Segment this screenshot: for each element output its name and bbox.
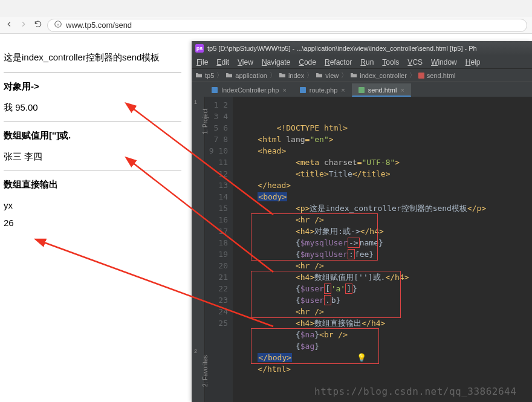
section-value-3b: 26 xyxy=(4,218,181,228)
section-heading-1: 对象用-> xyxy=(4,81,181,92)
code-line[interactable]: <html lang="en"> xyxy=(239,134,532,145)
code-line[interactable]: <p>这是index_controller控制器的send模板</p> xyxy=(239,203,532,214)
divider xyxy=(4,72,181,73)
browser-toolbar: www.tp5.com/send xyxy=(0,17,532,34)
code-line[interactable]: <title>Title</title> xyxy=(239,168,532,180)
close-icon[interactable]: × xyxy=(341,86,345,94)
php-file-icon xyxy=(300,87,306,93)
code-line[interactable]: <h4>对象用:或-></h4> xyxy=(239,225,532,237)
folder-icon xyxy=(350,72,357,79)
chevron-right-icon: 〉 xyxy=(409,71,416,80)
reload-icon[interactable] xyxy=(34,20,42,30)
html-file-icon xyxy=(358,87,365,93)
divider xyxy=(4,170,181,170)
editor-tab-route-php[interactable]: route.php× xyxy=(293,83,352,97)
code-line[interactable]: <body> xyxy=(239,191,532,203)
chevron-right-icon: 〉 xyxy=(341,71,348,80)
code-line[interactable]: <head> xyxy=(239,145,532,157)
menu-code[interactable]: Code xyxy=(299,58,316,66)
close-icon[interactable]: × xyxy=(400,86,404,94)
code-line[interactable]: </body> xyxy=(239,352,532,363)
intro-text: 这是index_controller控制器的send模板 xyxy=(4,52,181,63)
menu-help[interactable]: Help xyxy=(465,58,481,66)
code-line[interactable]: <meta charset="UTF-8"> xyxy=(239,157,532,168)
phpstorm-icon: ps xyxy=(195,44,204,53)
folder-icon xyxy=(279,72,286,79)
menu-file[interactable]: File xyxy=(196,58,208,66)
section-heading-2: 数组赋值用['']或. xyxy=(4,130,181,141)
breadcrumb-item[interactable]: index〉 xyxy=(279,71,313,80)
address-bar[interactable]: www.tp5.com/send xyxy=(47,19,527,32)
code-editor[interactable]: <!DOCTYPE html> <html lang="en"> <head> … xyxy=(233,97,532,402)
menu-window[interactable]: Window xyxy=(431,58,457,66)
chevron-right-icon: 〉 xyxy=(216,71,223,80)
menu-navigate[interactable]: Navigate xyxy=(262,58,290,66)
ide-breadcrumbs[interactable]: tp5〉application〉index〉view〉index_control… xyxy=(192,69,532,82)
ide-title-text: tp5 [D:\phpStudy\WWW\tp5] - ...\applicat… xyxy=(207,45,477,52)
folder-icon xyxy=(225,72,233,79)
menu-vcs[interactable]: VCS xyxy=(407,58,423,66)
ide-window: ps tp5 [D:\phpStudy\WWW\tp5] - ...\appli… xyxy=(192,41,532,402)
watermark-text: https://blog.csdn.net/qq_33862644 xyxy=(314,386,516,397)
code-line[interactable]: {$ag} xyxy=(239,340,532,352)
code-line[interactable]: <!DOCTYPE html> xyxy=(239,122,532,134)
section-heading-3: 数组直接输出 xyxy=(4,179,181,190)
folder-icon xyxy=(195,72,203,79)
ide-tool-sidebar[interactable]: 1 1: Project 2 2: Favorites xyxy=(192,97,205,402)
divider xyxy=(4,121,181,122)
code-line[interactable]: {$user.b} xyxy=(239,294,532,306)
editor-tab-indexcontroller-php[interactable]: IndexController.php× xyxy=(205,83,293,97)
code-line[interactable]: </html> xyxy=(239,363,532,375)
favorites-tool-label[interactable]: 2: Favorites xyxy=(202,355,209,387)
forward-icon[interactable] xyxy=(19,20,28,30)
menu-refactor[interactable]: Refactor xyxy=(325,58,352,66)
folder-icon xyxy=(316,72,323,79)
menu-tools[interactable]: Tools xyxy=(382,58,399,66)
breadcrumb-item[interactable]: send.html xyxy=(418,72,456,79)
breadcrumb-item[interactable]: view〉 xyxy=(316,71,348,80)
browser-tab-strip[interactable] xyxy=(0,0,532,17)
intention-bulb-icon[interactable]: 💡 xyxy=(357,352,366,363)
section-value-3a: yx xyxy=(4,200,181,210)
project-tool-label[interactable]: 1: Project xyxy=(202,109,209,134)
code-line[interactable]: {$user['a']} xyxy=(239,283,532,294)
url-text: www.tp5.com/send xyxy=(66,21,132,30)
code-line[interactable]: {$mysqlUser->name} xyxy=(239,237,532,248)
menu-view[interactable]: View xyxy=(238,58,253,66)
ide-menubar[interactable]: FileEditViewNavigateCodeRefactorRunTools… xyxy=(192,56,532,69)
php-file-icon xyxy=(212,87,218,93)
rendered-page: 这是index_controller控制器的send模板 对象用-> 我 95.… xyxy=(0,34,187,241)
line-number-gutter[interactable]: 1 2 3 4 5 6 7 8 9 10 11 12 13 14 15 16 1… xyxy=(205,97,233,402)
section-value-1: 我 95.00 xyxy=(4,102,181,114)
ide-titlebar[interactable]: ps tp5 [D:\phpStudy\WWW\tp5] - ...\appli… xyxy=(192,41,532,56)
code-line[interactable]: <hr /> xyxy=(239,306,532,317)
menu-run[interactable]: Run xyxy=(360,58,374,66)
ide-editor-tabs[interactable]: IndexController.php×route.php×send.html× xyxy=(192,82,532,97)
code-line[interactable]: {$mysqlUser:fee} xyxy=(239,248,532,260)
code-line[interactable]: <hr /> xyxy=(239,260,532,271)
code-line[interactable]: {$na}<br /> xyxy=(239,329,532,340)
code-line[interactable]: <h4>数组赋值用['']或.</h4> xyxy=(239,271,532,283)
close-icon[interactable]: × xyxy=(282,86,286,94)
code-line[interactable]: <h4>数组直接输出</h4> xyxy=(239,317,532,329)
chevron-right-icon: 〉 xyxy=(270,71,276,80)
back-icon[interactable] xyxy=(5,20,13,30)
html-file-icon xyxy=(418,73,424,79)
chevron-right-icon: 〉 xyxy=(307,71,313,80)
code-line[interactable]: <hr /> xyxy=(239,214,532,225)
breadcrumb-item[interactable]: index_controller〉 xyxy=(350,71,416,80)
breadcrumb-item[interactable]: tp5〉 xyxy=(195,71,223,80)
site-info-icon[interactable] xyxy=(54,20,62,30)
menu-edit[interactable]: Edit xyxy=(216,58,229,66)
code-line[interactable]: </head> xyxy=(239,180,532,191)
section-value-2: 张三 李四 xyxy=(4,151,181,163)
editor-tab-send-html[interactable]: send.html× xyxy=(352,83,411,97)
breadcrumb-item[interactable]: application〉 xyxy=(225,71,276,80)
